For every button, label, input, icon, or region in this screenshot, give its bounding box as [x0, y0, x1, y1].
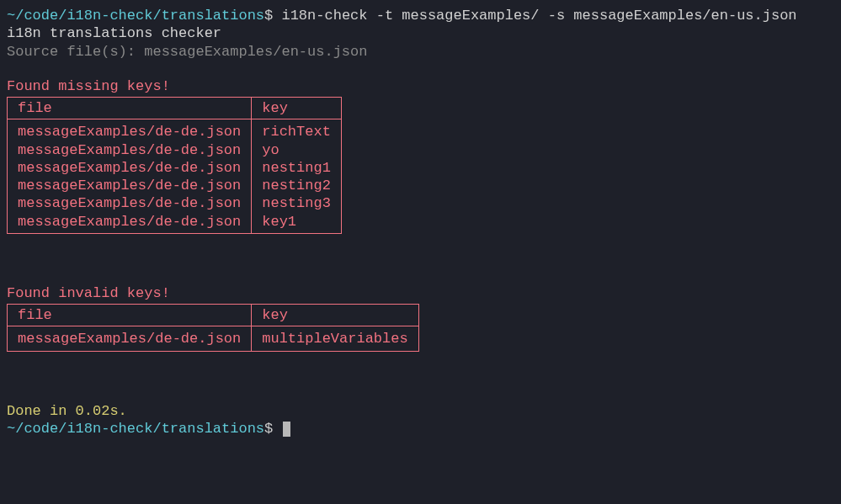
missing-keys-heading: Found missing keys!: [7, 77, 834, 95]
source-files-line: Source file(s): messageExamples/en-us.js…: [7, 43, 834, 61]
invalid-keys-heading: Found invalid keys!: [7, 284, 834, 302]
col-header-file: file: [8, 305, 252, 326]
cell-file: messageExamples/de-de.json: [8, 326, 252, 351]
prompt-path: ~/code/i18n-check/translations: [7, 421, 264, 437]
cell-key: multipleVariables: [252, 326, 418, 351]
done-line: Done in 0.02s.: [7, 402, 834, 420]
table-row: messageExamples/de-de.json multipleVaria…: [8, 326, 419, 351]
col-header-key: key: [252, 98, 342, 119]
missing-keys-table: file key messageExamples/de-de.json mess…: [7, 97, 342, 234]
prompt-line-2[interactable]: ~/code/i18n-check/translations$: [7, 420, 834, 438]
table-header-row: file key: [8, 305, 419, 326]
terminal-window[interactable]: ~/code/i18n-check/translations$ i18n-che…: [7, 7, 834, 438]
prompt-line-1: ~/code/i18n-check/translations$ i18n-che…: [7, 7, 834, 24]
col-header-file: file: [8, 98, 252, 119]
command-text: i18n-check -t messageExamples/ -s messag…: [281, 8, 796, 24]
table-header-row: file key: [8, 98, 342, 119]
prompt-path: ~/code/i18n-check/translations: [7, 8, 264, 24]
cursor-icon: [283, 422, 290, 437]
cell-key: richText yo nesting1 nesting2 nesting3 k…: [252, 119, 342, 234]
output-title: i18n translations checker: [7, 24, 834, 42]
table-row: messageExamples/de-de.json messageExampl…: [8, 119, 342, 234]
prompt-dollar: $: [264, 8, 273, 24]
col-header-key: key: [252, 305, 418, 326]
cell-file: messageExamples/de-de.json messageExampl…: [8, 119, 252, 234]
prompt-dollar: $: [264, 421, 273, 437]
invalid-keys-table: file key messageExamples/de-de.json mult…: [7, 304, 419, 352]
